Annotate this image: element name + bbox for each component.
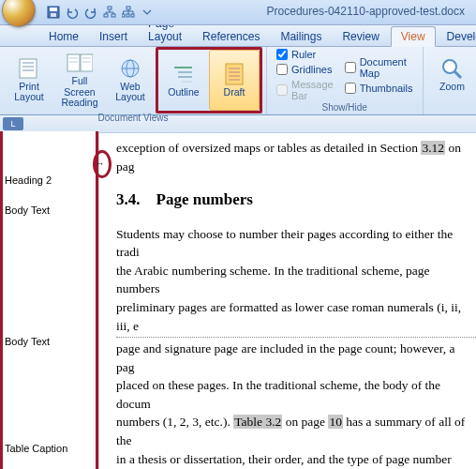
ruler-checkbox[interactable]: Ruler [276,49,334,60]
full-screen-reading-icon [67,52,93,74]
para-fragment-top: exception of oversized maps or tables as… [116,139,476,175]
group-zoom-label: Zoom [427,101,477,114]
svg-rect-8 [126,14,129,17]
redo-icon[interactable] [84,6,97,19]
web-layout-icon [117,57,143,80]
gridlines-checkbox[interactable]: Gridlines [276,64,334,75]
outline-icon [171,63,197,85]
document-title: Procedures-042110-approved-test.docx [267,5,465,18]
message-bar-check-input [276,84,288,96]
page-break-indicator [116,337,476,338]
save-icon[interactable] [47,6,60,19]
table-ref-1: Table 3.2 [233,415,282,429]
workspace: Heading 2 Body Text Body Text Table Capt… [0,133,476,469]
group-views-label: Document Views [4,112,262,125]
undo-icon[interactable] [66,6,79,19]
svg-rect-15 [81,54,93,71]
outline-button[interactable]: Outline [158,50,209,111]
tab-view[interactable]: View [391,26,436,47]
svg-rect-11 [22,62,34,64]
message-bar-checkbox: Message Bar [276,79,334,101]
draft-icon [221,63,247,85]
draft-button[interactable]: Draft [209,50,260,111]
svg-rect-5 [112,14,115,17]
heading-page-numbers: 3.4. Page numbers [116,189,476,212]
thumbnails-check-input[interactable] [345,83,356,94]
page-ref: 10 [328,415,343,429]
full-screen-reading-label: Full Screen Reading [57,76,102,109]
group-showhide-label: Show/Hide [271,101,419,114]
gridlines-check-input[interactable] [276,64,288,75]
svg-line-33 [454,71,461,78]
para-1: Students may choose to number their page… [116,225,476,335]
svg-rect-27 [226,64,243,84]
ruler-label: Ruler [291,49,316,60]
group-zoom: Zoom 100% One Two Zoom [424,47,477,114]
print-layout-icon [16,57,42,80]
para-1b: page and signature page are included in … [116,340,476,469]
svg-rect-1 [50,8,57,11]
zoom-label: Zoom [439,82,465,93]
quick-access-toolbar [47,6,154,19]
svg-rect-9 [131,14,134,17]
zoom-button[interactable]: Zoom [427,49,477,101]
svg-rect-3 [108,7,112,9]
web-layout-button[interactable]: Web Layout [105,49,156,112]
group-show-hide: Ruler Gridlines Message Bar Document Map… [267,47,424,114]
document-area[interactable]: ↔ exception of oversized maps or tables … [98,133,476,469]
svg-rect-14 [67,54,80,71]
svg-rect-4 [104,14,108,17]
tab-mailings[interactable]: Mailings [271,27,331,46]
draft-label: Draft [224,87,245,98]
section-ref: 3.12 [421,141,445,155]
print-layout-button[interactable]: Print Layout [4,49,54,112]
document-map-check-input[interactable] [345,62,356,73]
svg-rect-12 [22,66,34,68]
ribbon: Print Layout Full Screen Reading Web Lay… [0,47,476,115]
orgchart2-icon[interactable] [122,6,135,19]
style-area-pane[interactable]: Heading 2 Body Text Body Text Table Capt… [0,131,98,469]
style-body-text-1: Body Text [5,204,50,216]
svg-rect-7 [122,14,125,17]
ribbon-tabs: Home Insert Page Layout References Maili… [0,25,476,47]
document-content[interactable]: exception of oversized maps or tables as… [99,133,476,469]
document-map-checkbox[interactable]: Document Map [345,56,413,79]
gridlines-label: Gridlines [291,64,332,75]
title-bar: Procedures-042110-approved-test.docx [0,0,476,25]
web-layout-label: Web Layout [108,82,153,103]
outline-label: Outline [168,87,199,98]
svg-point-32 [443,60,456,73]
print-layout-label: Print Layout [7,82,52,103]
tab-developer[interactable]: Developer [438,27,476,46]
zoom-icon [439,57,466,80]
tab-home[interactable]: Home [39,27,88,46]
tab-insert[interactable]: Insert [90,27,137,46]
svg-rect-2 [51,13,56,17]
resize-arrows-icon[interactable]: ↔ [95,158,105,169]
thumbnails-checkbox[interactable]: Thumbnails [345,83,413,94]
style-heading2: Heading 2 [5,174,52,186]
tab-review[interactable]: Review [333,27,388,46]
qat-more-icon[interactable] [141,6,154,19]
full-screen-reading-button[interactable]: Full Screen Reading [54,49,105,112]
style-body-text-2: Body Text [5,336,50,347]
message-bar-label: Message Bar [291,79,334,101]
group-document-views: Print Layout Full Screen Reading Web Lay… [0,47,267,114]
ruler-check-input[interactable] [276,49,288,60]
outline-draft-highlight: Outline Draft [156,47,262,113]
orgchart-icon[interactable] [103,6,116,19]
split-handle-highlight: ↔ [93,150,110,176]
office-button[interactable] [2,0,36,27]
tab-references[interactable]: References [193,27,269,46]
document-map-label: Document Map [360,56,413,79]
thumbnails-label: Thumbnails [360,83,413,94]
style-table-caption: Table Caption [5,443,67,454]
svg-rect-6 [126,7,130,9]
svg-rect-13 [22,69,34,71]
